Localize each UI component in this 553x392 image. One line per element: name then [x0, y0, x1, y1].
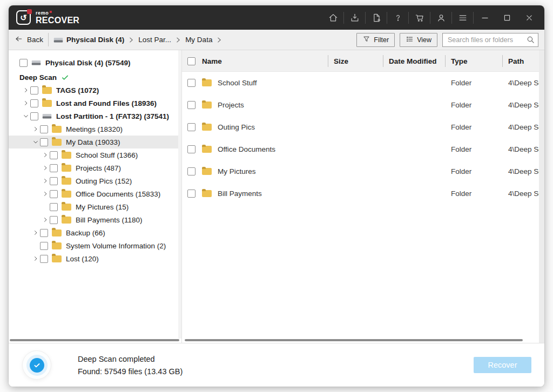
search-input[interactable]	[448, 36, 526, 44]
chevron-right-icon[interactable]	[41, 178, 50, 184]
checkbox[interactable]	[50, 216, 58, 224]
select-all-checkbox[interactable]	[187, 57, 195, 65]
tree-item[interactable]: Backup (66)	[9, 226, 181, 239]
folder-icon	[52, 139, 62, 146]
chevron-right-icon[interactable]	[41, 217, 50, 223]
account-icon[interactable]	[430, 10, 451, 25]
chevron-right-icon[interactable]	[22, 87, 30, 93]
folder-icon	[62, 152, 71, 159]
tree-item[interactable]: Outing Pics (152)	[9, 174, 181, 187]
tree-item[interactable]: Lost and Found Files (18936)	[9, 97, 181, 110]
home-icon[interactable]	[322, 10, 343, 25]
chevron-right-icon[interactable]	[41, 152, 50, 158]
chevron-right-icon[interactable]	[22, 100, 30, 106]
folder-icon	[202, 79, 212, 86]
cell-type: Folder	[445, 101, 502, 109]
cart-icon[interactable]	[409, 10, 430, 25]
checkbox[interactable]	[40, 125, 48, 133]
chevron-right-icon[interactable]	[31, 229, 40, 236]
tree-item[interactable]: System Volume Information (2)	[9, 239, 181, 252]
checkbox[interactable]	[50, 190, 58, 198]
back-button[interactable]: Back	[15, 35, 43, 45]
tree-horizontal-scrollbar[interactable]	[10, 339, 179, 341]
chevron-down-icon[interactable]	[22, 113, 30, 119]
menu-icon[interactable]	[452, 10, 473, 25]
chevron-right-icon	[129, 37, 134, 43]
save-session-icon[interactable]	[344, 10, 365, 25]
column-header-name[interactable]: Name	[182, 50, 328, 72]
column-header-size[interactable]: Size	[328, 55, 383, 67]
chevron-right-icon[interactable]	[41, 191, 50, 197]
checkbox[interactable]	[30, 112, 38, 120]
tree-item[interactable]: Lost Partition - 1 (FAT32) (37541)	[9, 110, 181, 123]
scan-status-title: Deep Scan completed	[78, 355, 183, 363]
checkbox[interactable]	[40, 242, 48, 250]
column-label: Name	[202, 57, 222, 65]
chevron-right-icon[interactable]	[31, 126, 40, 132]
checkbox[interactable]	[19, 59, 28, 67]
maximize-icon[interactable]	[496, 10, 518, 25]
column-header-path[interactable]: Path	[502, 55, 544, 67]
checkbox[interactable]	[30, 86, 38, 94]
tree-item-label: Backup (66)	[66, 229, 105, 237]
breadcrumb-item[interactable]: My Data	[185, 36, 212, 44]
tree-item[interactable]: Meetings (18320)	[9, 123, 181, 136]
tree-item[interactable]: Lost (120)	[9, 252, 181, 265]
tree-item[interactable]: Office Documents (15833)	[9, 187, 181, 200]
tree-vertical-scrollbar[interactable]	[178, 50, 181, 339]
column-header-date-modified[interactable]: Date Modified	[383, 55, 445, 67]
filter-button[interactable]: Filter	[356, 33, 395, 47]
remo-logo-icon: ↺	[16, 10, 31, 25]
deep-scan-label: Deep Scan	[19, 73, 57, 82]
tree-item[interactable]: TAGS (1072)	[9, 84, 181, 97]
checkbox[interactable]	[40, 138, 48, 146]
breadcrumb-item[interactable]: Lost Par...	[138, 36, 171, 44]
column-label: Size	[334, 57, 348, 65]
file-name: School Stuff	[218, 79, 257, 87]
tree-item[interactable]: Projects (487)	[9, 161, 181, 174]
checkbox[interactable]	[187, 145, 195, 153]
checkbox[interactable]	[187, 190, 195, 198]
checkbox[interactable]	[50, 164, 58, 172]
table-horizontal-scrollbar[interactable]	[185, 339, 523, 341]
table-row[interactable]: My PicturesFolder4\Deep Scan\	[182, 160, 544, 183]
table-row[interactable]: Outing PicsFolder4\Deep Scan\	[182, 116, 544, 138]
close-icon[interactable]	[518, 10, 540, 25]
tree-item[interactable]: Bill Payments (1180)	[9, 213, 181, 226]
checkbox[interactable]	[50, 177, 58, 185]
search-icon[interactable]	[526, 35, 535, 44]
checkbox[interactable]	[40, 229, 48, 237]
table-row[interactable]: ProjectsFolder4\Deep Scan\	[182, 94, 544, 116]
chevron-right-icon[interactable]	[41, 165, 50, 171]
tree-item[interactable]: School Stuff (1366)	[9, 148, 181, 161]
breadcrumb-item[interactable]: Physical Disk (4)	[53, 36, 124, 44]
checkbox[interactable]	[30, 99, 38, 107]
chevron-down-icon[interactable]	[31, 139, 40, 145]
checkbox[interactable]	[40, 255, 48, 263]
cell-type: Folder	[445, 190, 502, 198]
view-button[interactable]: View	[400, 33, 437, 47]
checkbox[interactable]	[50, 151, 58, 159]
toolbar-divider	[48, 33, 49, 46]
table-row[interactable]: Bill PaymentsFolder4\Deep Scan\	[182, 183, 544, 205]
minimize-icon[interactable]	[474, 10, 496, 25]
table-row[interactable]: Office DocumentsFolder4\Deep Scan\	[182, 138, 544, 160]
help-icon[interactable]	[387, 10, 408, 25]
column-header-type[interactable]: Type	[445, 55, 502, 67]
recover-button[interactable]: Recover	[474, 357, 531, 373]
tree-item-physical-disk[interactable]: Physical Disk (4) (57549)	[9, 56, 181, 69]
chevron-right-icon[interactable]	[31, 255, 40, 262]
checkbox[interactable]	[187, 79, 195, 87]
table-vertical-scrollbar[interactable]	[539, 50, 544, 343]
tree-item[interactable]: My Data (19033)	[9, 136, 181, 148]
table-row[interactable]: School StuffFolder4\Deep Scan\	[182, 72, 544, 94]
checkbox[interactable]	[187, 167, 195, 175]
checkbox[interactable]	[187, 101, 195, 109]
checkbox[interactable]	[187, 123, 195, 131]
tree-item[interactable]: My Pictures (15)	[9, 200, 181, 213]
file-name: Bill Payments	[218, 190, 262, 198]
checkbox[interactable]	[50, 203, 58, 211]
open-scan-icon[interactable]	[366, 10, 387, 25]
folder-icon	[202, 124, 212, 131]
breadcrumb-label: My Data	[185, 36, 212, 44]
